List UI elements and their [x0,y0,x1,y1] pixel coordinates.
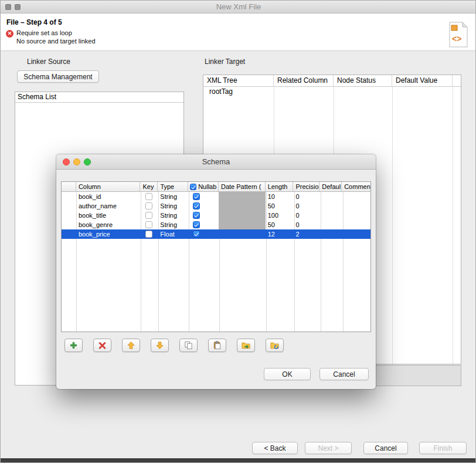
nullable-checkbox[interactable] [193,202,200,209]
table-row[interactable]: book_price Float 12 2 [62,229,370,239]
cancel-button[interactable]: Cancel [363,442,408,454]
linker-source-label: Linker Source [27,58,70,66]
cell-precision[interactable]: 0 [293,201,319,211]
cell-comment[interactable] [342,201,370,211]
column-header-length[interactable]: Length [266,182,294,191]
nullable-checkbox[interactable] [193,193,200,200]
cell-default[interactable] [319,220,342,229]
cell-default[interactable] [319,229,342,239]
cell-precision[interactable]: 0 [293,192,319,201]
cell-key[interactable] [140,211,158,220]
key-checkbox[interactable] [145,212,152,219]
column-header-column[interactable]: Column [76,182,141,191]
cell-key[interactable] [140,201,158,211]
cell-length[interactable]: 12 [266,229,294,239]
column-header-comment[interactable]: Commen [342,182,370,191]
key-checkbox[interactable] [145,221,152,228]
cell-date-pattern[interactable] [219,192,266,201]
table-row[interactable]: rootTag [203,87,461,96]
cell-comment[interactable] [342,211,370,220]
schema-list-header[interactable]: Schema List [15,92,183,103]
cell-comment[interactable] [342,229,370,239]
move-up-button[interactable] [122,339,140,352]
cell-length[interactable]: 50 [266,201,294,211]
cell-default[interactable] [319,201,342,211]
wizard-step-title: File – Step 4 of 5 [6,18,62,26]
key-checkbox[interactable] [145,193,152,200]
table-row[interactable]: book_genre String 50 0 [62,220,370,229]
key-checkbox[interactable] [145,231,152,238]
delete-column-button[interactable] [93,339,111,352]
minimize-icon[interactable] [73,158,80,165]
column-header-xml-tree[interactable]: XML Tree [203,75,274,86]
cell-column[interactable]: author_name [76,201,141,211]
cell-date-pattern[interactable] [219,201,266,211]
zoom-icon[interactable] [84,158,91,165]
column-header-key[interactable]: Key [140,182,158,191]
add-column-button[interactable] [64,339,83,352]
paste-button[interactable] [208,339,226,352]
cell-type[interactable]: Float [158,229,188,239]
cell-precision[interactable]: 0 [293,220,319,229]
cell-nullable[interactable] [188,192,219,201]
column-header-type[interactable]: Type [158,182,188,191]
cell-comment[interactable] [342,220,370,229]
column-header-precision[interactable]: Precision [293,182,319,191]
window-close-icon[interactable] [5,4,11,10]
column-header-default-value[interactable]: Default Value [392,75,453,86]
cell-column[interactable]: book_title [76,211,141,220]
nullable-all-checkbox[interactable] [190,184,196,190]
cell-column[interactable]: book_genre [76,220,141,229]
cell-key[interactable] [140,220,158,229]
table-row[interactable]: author_name String 50 0 [62,201,370,211]
cell-type[interactable]: String [158,192,188,201]
cell-precision[interactable]: 2 [293,229,319,239]
row-handle [62,201,76,211]
cell-nullable[interactable] [188,201,219,211]
cell-precision[interactable]: 0 [293,211,319,220]
cell-column[interactable]: book_id [76,192,141,201]
window-minimize-icon[interactable] [15,4,21,10]
cell-date-pattern[interactable] [219,211,266,220]
nullable-checkbox[interactable] [193,231,200,238]
table-row[interactable]: book_title String 100 0 [62,211,370,220]
nullable-checkbox[interactable] [193,221,200,228]
new-xml-file-window: { "window": { "title": "New Xml File" },… [0,0,476,463]
cell-column[interactable]: book_price [76,229,141,239]
cell-date-pattern[interactable] [219,229,266,239]
cell-nullable[interactable] [188,211,219,220]
cell-length[interactable]: 100 [266,211,294,220]
cell-type[interactable]: String [158,201,188,211]
cell-type[interactable]: String [158,220,188,229]
close-icon[interactable] [63,158,70,165]
cell-default[interactable] [319,192,342,201]
row-handle [62,192,76,201]
key-checkbox[interactable] [145,202,152,209]
cell-comment[interactable] [342,192,370,201]
move-down-button[interactable] [151,339,169,352]
back-button[interactable]: < Back [252,442,298,454]
cell-type[interactable]: String [158,211,188,220]
copy-button[interactable] [179,339,198,352]
cell-length[interactable]: 10 [266,192,294,201]
column-header-related-column[interactable]: Related Column [274,75,334,86]
cell-key[interactable] [140,192,158,201]
column-header-node-status[interactable]: Node Status [334,75,392,86]
ok-button[interactable]: OK [264,368,311,380]
load-schema-button[interactable] [237,339,255,352]
dialog-cancel-button[interactable]: Cancel [319,368,369,380]
column-header-nullable[interactable]: Nullab [188,182,219,191]
nullable-checkbox[interactable] [193,212,200,219]
cell-key[interactable] [140,229,158,239]
cell-nullable[interactable] [188,220,219,229]
cell-nullable[interactable] [188,229,219,239]
xml-tree-node[interactable]: rootTag [209,87,233,96]
cell-date-pattern[interactable] [219,220,266,229]
cell-default[interactable] [319,211,342,220]
column-header-date-pattern[interactable]: Date Pattern ( [219,182,266,191]
table-row[interactable]: book_id String 10 0 [62,192,370,201]
refresh-schema-button[interactable] [266,339,284,352]
column-header-default[interactable]: Defaul [319,182,342,191]
cell-length[interactable]: 50 [266,220,294,229]
schema-management-button[interactable]: Schema Management [17,70,99,83]
